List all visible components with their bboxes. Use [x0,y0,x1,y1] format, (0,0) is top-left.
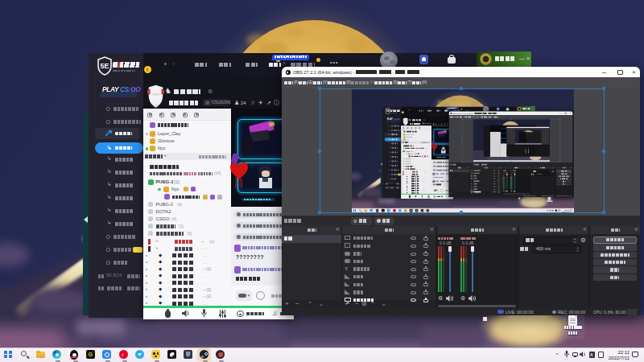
svg-text:5E: 5E [100,62,109,70]
